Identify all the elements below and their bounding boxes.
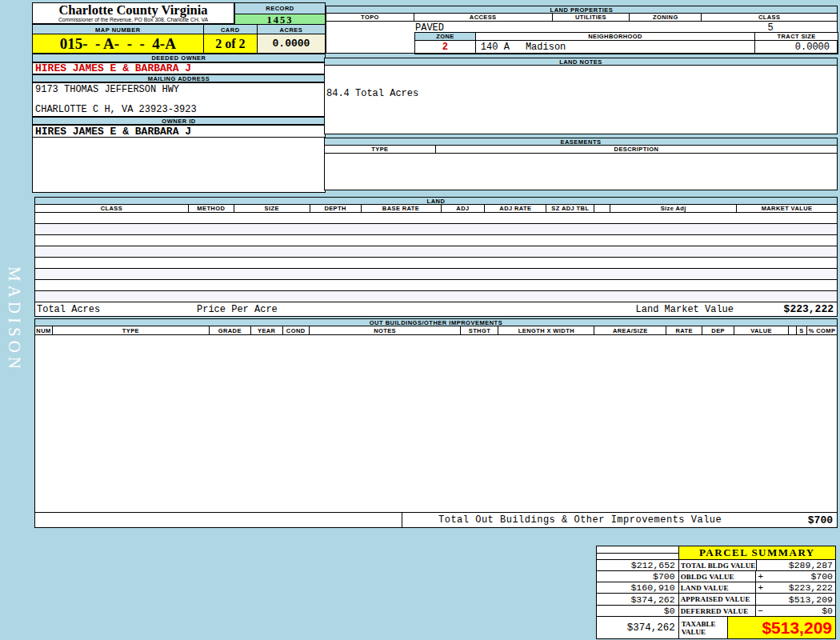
ob-type-header: TYPE (53, 326, 210, 335)
taxable-value-label: TAXABLE VALUE (679, 617, 729, 639)
land-note-text: 84.4 Total Acres (326, 88, 418, 99)
neighborhood-label: NEIGHBORHOOD (476, 33, 755, 41)
obldg-value-label: OBLDG VALUE (679, 571, 757, 582)
ob-grade-header: GRADE (210, 326, 251, 335)
land-row (35, 291, 837, 302)
owner-id-value: HIRES JAMES E & BARBARA J (32, 125, 326, 138)
zone-label: ZONE (415, 33, 476, 41)
ob-num-header: NUM (35, 326, 53, 335)
neighborhood-code: 140 A (476, 42, 510, 53)
deferred-op: − (756, 606, 769, 616)
class-header: CLASS (702, 14, 838, 22)
out-buildings-body (34, 335, 838, 513)
land-value-label: LAND VALUE (679, 582, 757, 594)
out-buildings-headers: NUM TYPE GRADE YEAR COND NOTES STHGT LEN… (34, 326, 838, 335)
topo-header: TOPO (326, 14, 414, 22)
prior-header-bottom-cell (597, 554, 678, 560)
ob-sthgt-header: STHGT (461, 326, 498, 335)
appraised-value: $513,209 (769, 594, 835, 605)
utilities-header: UTILITIES (553, 14, 630, 22)
prior-total-bldg-value: $212,652 (597, 560, 679, 571)
obldg-op: + (756, 571, 769, 582)
total-bldg-value-cell: $289,287 (756, 560, 836, 571)
neighborhood-value: 140 A Madison (476, 41, 755, 54)
tract-size-value: 0.0000 (755, 41, 838, 54)
land-row (35, 258, 837, 269)
ob-total-spacer (35, 513, 402, 527)
prior-taxable-value: $374,262 (597, 617, 679, 639)
zone-subtable: ZONE NEIGHBORHOOD TRACT SIZE 2 140 A Mad… (414, 32, 838, 54)
ob-notes-header: NOTES (310, 326, 462, 335)
map-number-value: 015- - A- - - 4-A (32, 34, 204, 54)
access-header: ACCESS (414, 14, 553, 22)
owner-block-empty-area (32, 138, 326, 193)
parcel-summary: PARCEL SUMMARY $212,652 TOTAL BLDG VALUE… (596, 546, 836, 639)
ob-s-header: S (797, 326, 807, 335)
tract-size-label: TRACT SIZE (755, 33, 838, 41)
land-notes-title: LAND NOTES (324, 58, 838, 66)
prior-land-value: $160,910 (597, 582, 679, 594)
parcel-summary-prior-header (597, 546, 679, 560)
prior-appraised-value: $374,262 (597, 594, 679, 606)
land-market-value-header: MARKET VALUE (737, 205, 838, 213)
summary-row-deferred: $0 DEFERRED VALUE − $0 (597, 606, 836, 617)
land-properties-values: PAVED 5 ZONE NEIGHBORHOOD TRACT SIZE 2 1… (326, 22, 838, 54)
county-title: Charlotte County Virginia (33, 3, 234, 17)
property-record-card: MADISON Charlotte County Virginia Commis… (0, 0, 840, 640)
summary-row-taxable: $374,262 TAXABLE VALUE $513,209 (597, 616, 836, 639)
obldg-value: $700 (769, 571, 835, 582)
ob-year-header: YEAR (251, 326, 283, 335)
prior-deferred-value: $0 (597, 606, 679, 617)
land-class-header: CLASS (35, 205, 189, 213)
land-method-header: METHOD (189, 205, 234, 213)
land-row (35, 280, 837, 291)
summary-row-appraised: $374,262 APPRAISED VALUE $513,209 (597, 593, 836, 606)
land-adj-rate-header: ADJ RATE (485, 205, 546, 213)
ob-area-size-header: AREA/SIZE (594, 326, 666, 335)
address-line2: CHARLOTTE C H, VA 23923-3923 (35, 104, 325, 115)
county-subtitle: Commissioner of the Revenue, PO Box 308,… (33, 17, 234, 22)
ob-length-width-header: LENGTH X WIDTH (498, 326, 594, 335)
parcel-summary-title: PARCEL SUMMARY (679, 546, 836, 560)
ob-dep-header: DEP (702, 326, 734, 335)
obldg-value-cell: + $700 (756, 571, 836, 582)
prior-header-top-cell (597, 546, 678, 554)
easements-title: EASEMENTS (324, 138, 838, 146)
mailing-address-label: MAILING ADDRESS (32, 74, 326, 82)
taxable-value: $513,209 (728, 617, 836, 639)
neighborhood-name: Madison (510, 42, 566, 53)
summary-row-total-bldg: $212,652 TOTAL BLDG VALUE $289,287 (597, 560, 836, 571)
ob-cond-header: COND (283, 326, 310, 335)
land-properties-title: LAND PROPERTIES (326, 6, 838, 14)
total-acres-label: Total Acres (35, 304, 197, 315)
land-row (35, 269, 837, 280)
land-sz-adj-tbl-header: SZ ADJ TBL (546, 205, 594, 213)
land-size-adj-header: Size Adj (610, 205, 737, 213)
land-notes-body: 84.4 Total Acres (324, 66, 838, 134)
deeded-owner-value: HIRES JAMES E & BARBARA J (32, 62, 326, 74)
deferred-value-label: DEFERRED VALUE (679, 606, 757, 617)
ob-total-value: $700 (808, 514, 837, 526)
land-value-cell: + $223,222 (756, 582, 836, 594)
deferred-value: $0 (769, 606, 835, 616)
land-value: $223,222 (769, 582, 835, 593)
easement-description-header: DESCRIPTION (436, 146, 838, 154)
ob-rate-header: RATE (666, 326, 702, 335)
deeded-owner-label: DEEDED OWNER (32, 54, 326, 62)
address-line1: 9173 THOMAS JEFFERSON HWY (35, 84, 325, 95)
ob-value-header: VALUE (734, 326, 789, 335)
easement-type-header: TYPE (325, 146, 436, 154)
easements-headers: TYPE DESCRIPTION (324, 146, 838, 154)
land-table-body (34, 213, 838, 302)
land-section-title: LAND (34, 197, 838, 205)
appraised-value-cell: $513,209 (756, 594, 836, 606)
zoning-header: ZONING (630, 14, 702, 22)
ob-pct-comp-header: % COMP (807, 326, 838, 335)
land-blank-header (594, 205, 610, 213)
ob-blank-header (789, 326, 797, 335)
land-totals-row: Total Acres Price Per Acre Land Market V… (34, 302, 838, 317)
land-properties-headers: TOPO ACCESS UTILITIES ZONING CLASS (326, 14, 838, 22)
land-row (35, 224, 837, 235)
record-box: RECORD 1453 (234, 2, 326, 24)
price-per-acre-label: Price Per Acre (197, 304, 278, 315)
